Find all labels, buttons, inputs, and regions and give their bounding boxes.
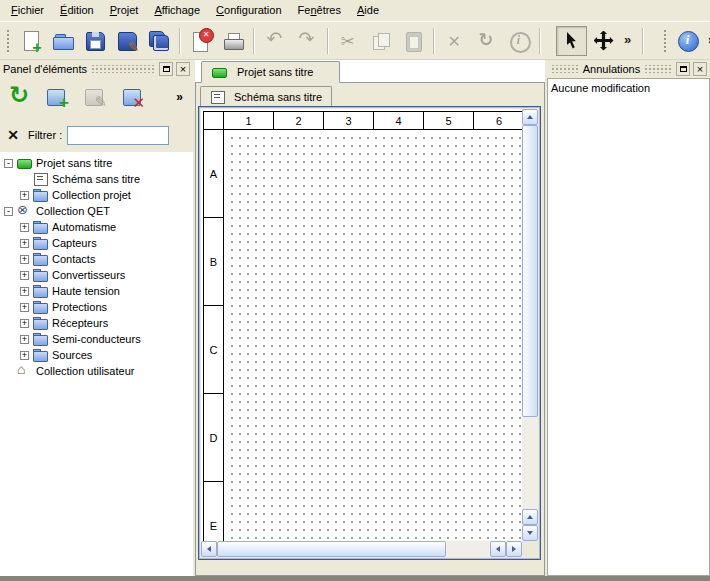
open-project-button[interactable] xyxy=(47,26,78,56)
float-dock-button[interactable] xyxy=(159,62,173,76)
tree-item-haute-tension[interactable]: +Haute tension xyxy=(0,283,193,299)
tree-item-semi-conducteurs[interactable]: +Semi-conducteurs xyxy=(0,331,193,347)
tree-item-projet-sans-titre[interactable]: -Projet sans titre xyxy=(0,155,193,171)
main-area: Panel d'éléments × » ✕ Filtrer : -Projet… xyxy=(0,60,710,576)
column-header: 3 xyxy=(324,112,374,129)
menu-configuration[interactable]: Configuration xyxy=(208,0,289,21)
float-dock-button[interactable] xyxy=(676,62,690,76)
arrow-up-icon xyxy=(527,515,533,519)
vertical-scroll-thumb[interactable] xyxy=(522,125,538,417)
redo-button[interactable] xyxy=(291,26,322,56)
close-dock-button[interactable]: × xyxy=(176,62,190,76)
scroll-up-button-2[interactable] xyxy=(522,509,538,525)
vertical-scroll-track[interactable] xyxy=(522,125,538,509)
tree-item-protections[interactable]: +Protections xyxy=(0,299,193,315)
paste-button[interactable] xyxy=(397,26,428,56)
selection-properties-button[interactable] xyxy=(503,26,534,56)
scroll-right-button[interactable] xyxy=(506,541,522,557)
filter-input[interactable] xyxy=(67,126,169,145)
diagram-grid[interactable] xyxy=(225,131,522,541)
tree-item-sources[interactable]: +Sources xyxy=(0,347,193,363)
delete-selection-button[interactable] xyxy=(439,26,470,56)
menu-edition[interactable]: Édition xyxy=(52,0,102,21)
scroll-down-button[interactable] xyxy=(522,525,538,541)
select-mode-button[interactable] xyxy=(556,26,587,56)
tree-expander[interactable]: + xyxy=(20,351,29,360)
horizontal-scrollbar[interactable] xyxy=(201,541,522,557)
menu-aide[interactable]: Aide xyxy=(349,0,387,21)
vertical-scrollbar[interactable] xyxy=(522,109,538,541)
dock-grip[interactable] xyxy=(643,65,673,73)
folder-icon xyxy=(33,253,48,265)
toolbar-overflow-1-button[interactable] xyxy=(620,26,637,56)
tree-expander[interactable]: + xyxy=(20,271,29,280)
toolbar-handle[interactable] xyxy=(662,28,668,54)
tree-item-recepteurs[interactable]: +Récepteurs xyxy=(0,315,193,331)
new-project-button[interactable] xyxy=(15,26,46,56)
folder-icon xyxy=(33,317,48,329)
tree-item-collection-qet[interactable]: -Collection QET xyxy=(0,203,193,219)
float-icon xyxy=(163,66,170,72)
tab-schema-sans-titre[interactable]: Schéma sans titre xyxy=(200,86,332,106)
tree-item-label: Collection projet xyxy=(52,189,131,201)
close-project-button[interactable] xyxy=(185,26,216,56)
dock-grip[interactable] xyxy=(90,65,156,73)
tree-expander[interactable]: - xyxy=(4,207,13,216)
save-as-button[interactable] xyxy=(111,26,142,56)
tree-expander[interactable]: + xyxy=(20,303,29,312)
folder-icon xyxy=(33,221,48,233)
delete-element-button[interactable] xyxy=(118,82,148,112)
save-all-button[interactable] xyxy=(143,26,174,56)
undo-list-item[interactable]: Aucune modification xyxy=(551,81,706,97)
diagram-canvas[interactable]: 123456 ABCDE xyxy=(201,109,522,541)
reload-collections-button[interactable] xyxy=(4,82,34,112)
undo-button[interactable] xyxy=(259,26,290,56)
scroll-left-button[interactable] xyxy=(201,541,217,557)
qelectrotech-window: FichierÉditionProjetAffichageConfigurati… xyxy=(0,0,710,581)
copy-button[interactable] xyxy=(365,26,396,56)
refresh-icon xyxy=(7,85,31,109)
clear-filter-button[interactable]: ✕ xyxy=(3,125,23,145)
menu-fichier[interactable]: Fichier xyxy=(3,0,52,21)
tree-item-collection-utilisateur[interactable]: Collection utilisateur xyxy=(0,363,193,379)
toolbar-overflow-2-button[interactable] xyxy=(704,26,710,56)
rotate-selection-button[interactable] xyxy=(471,26,502,56)
about-qet-button[interactable] xyxy=(672,26,703,56)
new-element-button[interactable] xyxy=(42,82,72,112)
tree-expander[interactable]: + xyxy=(20,255,29,264)
tree-expander[interactable]: + xyxy=(20,287,29,296)
tree-expander[interactable]: + xyxy=(20,239,29,248)
horizontal-scroll-track[interactable] xyxy=(217,541,490,557)
tree-expander[interactable]: - xyxy=(4,159,13,168)
tree-item-contacts[interactable]: +Contacts xyxy=(0,251,193,267)
cut-button[interactable] xyxy=(333,26,364,56)
menu-projet[interactable]: Projet xyxy=(102,0,147,21)
tree-expander[interactable]: + xyxy=(20,319,29,328)
tree-expander[interactable]: + xyxy=(20,223,29,232)
horizontal-scroll-thumb[interactable] xyxy=(217,541,446,557)
tree-expander[interactable]: + xyxy=(20,335,29,344)
tree-item-convertisseurs[interactable]: +Convertisseurs xyxy=(0,267,193,283)
tree-item-collection-projet[interactable]: +Collection projet xyxy=(0,187,193,203)
tree-item-capteurs[interactable]: +Capteurs xyxy=(0,235,193,251)
print-button[interactable] xyxy=(217,26,248,56)
panel-overflow-button[interactable]: » xyxy=(172,88,187,106)
tree-item-schema-sans-titre[interactable]: Schéma sans titre xyxy=(0,171,193,187)
cut-icon xyxy=(338,30,360,52)
save-button[interactable] xyxy=(79,26,110,56)
menu-fenetres[interactable]: Fenêtres xyxy=(290,0,349,21)
menu-affichage[interactable]: Affichage xyxy=(146,0,208,21)
tree-expander[interactable]: + xyxy=(20,191,29,200)
edit-element-button[interactable] xyxy=(80,82,110,112)
scroll-up-button[interactable] xyxy=(522,109,538,125)
pan-mode-button[interactable] xyxy=(588,26,619,56)
close-dock-button[interactable]: × xyxy=(693,62,707,76)
scroll-left-button-2[interactable] xyxy=(490,541,506,557)
toolbar-handle[interactable] xyxy=(5,28,11,54)
tab-projet-sans-titre[interactable]: Projet sans titre xyxy=(201,61,340,83)
new-icon xyxy=(20,30,42,52)
dock-grip[interactable] xyxy=(550,65,580,73)
qet-icon xyxy=(17,205,32,217)
arrow-up-icon xyxy=(527,115,533,119)
tree-item-automatisme[interactable]: +Automatisme xyxy=(0,219,193,235)
